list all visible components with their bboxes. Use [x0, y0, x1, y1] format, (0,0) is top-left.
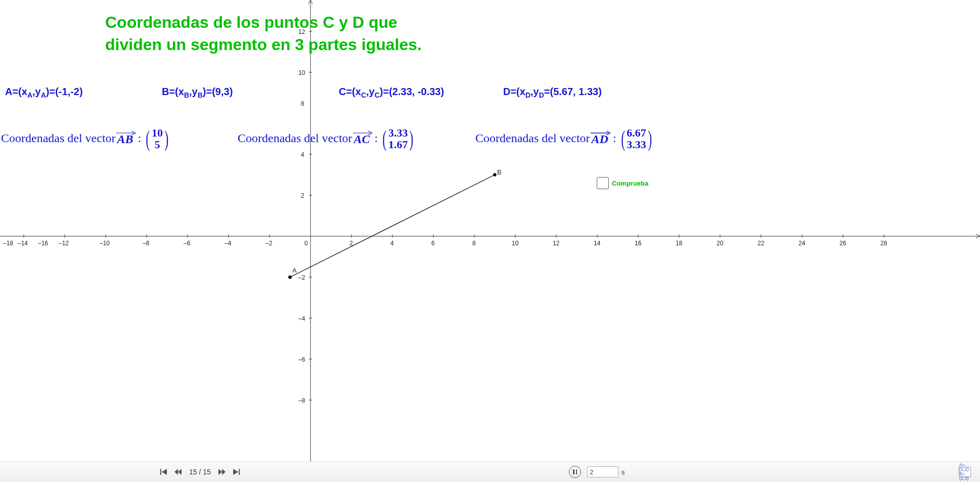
- tick-y-2: 2: [301, 192, 304, 199]
- tick-x-26: 26: [839, 240, 846, 247]
- step-back-button[interactable]: [172, 466, 184, 477]
- tick-x-neg12: –12: [59, 240, 69, 247]
- tick-y-neg2: –2: [298, 274, 305, 281]
- graph-canvas[interactable]: 0 –2 –4 –6 –8 –10 –12 –14 2 4 6 8 10 12 …: [0, 0, 980, 462]
- tick-x-18: 18: [676, 240, 682, 247]
- tick-x-neg4: –4: [225, 240, 231, 247]
- step-forward-button[interactable]: [216, 466, 228, 477]
- tick-x-10: 10: [512, 240, 518, 247]
- tick-x-neg14: –14: [18, 240, 28, 247]
- tick-y-4: 4: [301, 151, 304, 158]
- coordinates-panel-icon[interactable]: A=(1,1) B=(2,3): [959, 467, 971, 477]
- vector-AC: Coordenadas del vector AC : ( 3.331.67 ): [238, 126, 415, 150]
- def-A: A=(xA,yA)=(-1,-2): [5, 86, 83, 99]
- def-D: D=(xD,yD=(5.67, 1.33): [503, 86, 602, 99]
- tick-y-neg6: –6: [298, 356, 305, 363]
- tick-x-20: 20: [717, 240, 723, 247]
- comprueba-label: Comprueba: [612, 180, 648, 187]
- svg-marker-42: [218, 469, 222, 475]
- tick-x-neg18-lbl: –18: [3, 240, 13, 247]
- title-line-2: dividen un segmento en 3 partes iguales.: [105, 36, 422, 53]
- svg-marker-43: [222, 469, 226, 475]
- tick-x-6: 6: [431, 240, 435, 247]
- svg-rect-45: [239, 469, 240, 475]
- tick-y-neg8: –8: [298, 397, 305, 404]
- tick-x-28: 28: [880, 240, 887, 247]
- title-line-1: Coordenadas de los puntos C y D que: [105, 14, 397, 30]
- point-B-label: B: [497, 168, 502, 176]
- comprueba-checkbox-group[interactable]: Comprueba: [597, 177, 648, 189]
- svg-point-34: [493, 173, 496, 176]
- tick-x-12: 12: [553, 240, 559, 247]
- svg-point-33: [288, 276, 291, 279]
- tick-x-8: 8: [472, 240, 476, 247]
- axes-svg: [0, 0, 980, 462]
- tick-x-22: 22: [758, 240, 764, 247]
- svg-rect-38: [160, 469, 161, 475]
- speed-input[interactable]: [587, 466, 618, 477]
- tick-x-neg16-lbl: –16: [38, 240, 48, 247]
- tick-0: 0: [304, 240, 308, 247]
- tick-x-neg8: –8: [143, 240, 149, 247]
- tick-y-10: 10: [298, 69, 305, 76]
- tick-x-neg2: –2: [265, 240, 272, 247]
- tick-y-8: 8: [301, 100, 304, 107]
- point-A-label: A: [292, 267, 297, 274]
- tick-x-2: 2: [349, 240, 353, 247]
- skip-last-button[interactable]: [231, 466, 242, 477]
- def-B: B=(xB,yB)=(9,3): [162, 86, 233, 99]
- def-C: C=(xC,yC)=(2.33, -0.33): [339, 86, 444, 99]
- step-counter: 15 / 15: [189, 468, 211, 476]
- svg-marker-41: [178, 469, 182, 475]
- tick-x-16: 16: [635, 240, 641, 247]
- vector-AD: Coordenadas del vector AD : ( 6.673.33 ): [475, 126, 653, 150]
- vector-AB: Coordenadas del vector AB : ( 105 ): [1, 126, 170, 150]
- animation-toolbar: 15 / 15 s A=(1,1) B=(2,3): [0, 461, 980, 482]
- skip-first-button[interactable]: [158, 466, 169, 477]
- tick-x-14: 14: [594, 240, 600, 247]
- tick-x-neg6: –6: [184, 240, 190, 247]
- speed-unit: s: [621, 468, 625, 476]
- svg-line-31: [290, 175, 495, 278]
- svg-marker-44: [233, 469, 238, 475]
- tick-y-neg4: –4: [298, 315, 305, 322]
- tick-x-24: 24: [798, 240, 805, 247]
- svg-marker-39: [162, 469, 167, 475]
- tick-x-4: 4: [390, 240, 394, 247]
- svg-marker-40: [174, 469, 178, 475]
- tick-x-neg10: –10: [100, 240, 110, 247]
- comprueba-checkbox[interactable]: [597, 177, 609, 189]
- pause-button[interactable]: [569, 466, 581, 478]
